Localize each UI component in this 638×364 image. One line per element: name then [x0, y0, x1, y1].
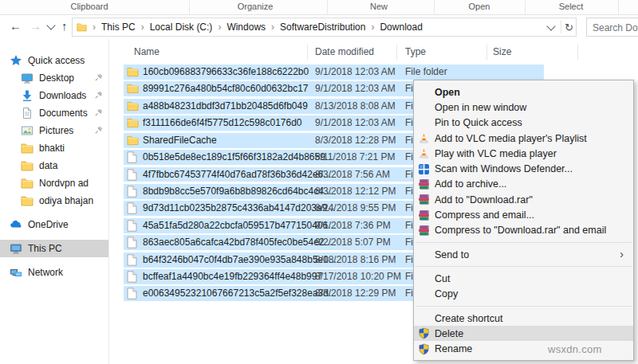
folder-icon	[21, 177, 33, 190]
folder-icon	[127, 135, 139, 147]
menu-item-send-to[interactable]: Send to ›	[414, 247, 633, 262]
column-header-type[interactable]: Type	[405, 46, 426, 57]
crumb-softwaredistribution[interactable]: SoftwareDistribution	[280, 22, 365, 33]
sidebar-item-onedrive[interactable]: OneDrive	[0, 216, 108, 233]
file-row[interactable]: 160cb096883796633c36fe188c6222b0 9/1/201…	[124, 64, 544, 80]
menu-item-create-shortcut[interactable]: Create shortcut	[414, 311, 633, 326]
ribbon-group-select[interactable]: Select	[559, 2, 584, 11]
sidebar-item-documents[interactable]: Documents	[0, 104, 108, 122]
ribbon-group-clipboard[interactable]: Clipboard	[70, 2, 108, 11]
menu-item-add-to-archive[interactable]: Add to archive...	[414, 177, 633, 192]
file-name: 8bdb9b8cc5e570f9a6b8b89826cd64bc4c4...	[143, 186, 332, 197]
crumb-local-disk-c[interactable]: Local Disk (C:)	[150, 22, 213, 33]
menu-item-scan-with-windows-defender[interactable]: Scan with Windows Defender...	[414, 161, 633, 176]
breadcrumb: › This PC › Local Disk (C:) › Windows › …	[77, 18, 423, 36]
column-header-size[interactable]: Size	[493, 46, 511, 57]
menu-item-pin-to-quick-access[interactable]: Pin to Quick access	[414, 115, 633, 131]
sidebar-item-data[interactable]: data	[0, 157, 108, 174]
file-icon	[127, 202, 139, 214]
file-name: 9d73d11cb0235b2875c4336ab4147d203a9...	[143, 202, 335, 213]
file-date: 9/1/2018 7:36 PM	[315, 220, 391, 231]
uac-shield-icon	[418, 343, 430, 355]
menu-item-add-to-download-rar[interactable]: Add to "Download.rar"	[414, 192, 633, 207]
crumb-separator: ›	[218, 22, 221, 33]
ribbon-group-new[interactable]: New	[370, 2, 388, 11]
sidebar-item-pictures[interactable]: Pictures	[0, 122, 108, 139]
column-headers: Name Date modified Type Size	[109, 44, 638, 61]
file-name: 863aec805a6cafca42bd78f405fec0be54e2...	[143, 237, 333, 248]
crumb-this-pc[interactable]: This PC	[101, 22, 136, 33]
network-icon	[10, 266, 22, 279]
crumb-windows[interactable]: Windows	[226, 22, 266, 33]
menu-item-compress-and-email[interactable]: Compress and email...	[414, 207, 633, 222]
vlc-cone-icon	[418, 132, 430, 144]
watermark: wsxdn.com	[548, 343, 602, 355]
sidebar-item-odiya-bhajan[interactable]: odiya bhajan	[0, 192, 108, 209]
column-divider[interactable]	[307, 45, 308, 60]
crumb-download[interactable]: Download	[380, 22, 422, 33]
file-date: 8/3/2018 7:56 AM	[315, 169, 390, 180]
search-input[interactable]	[591, 19, 638, 37]
sidebar-item-label: bhakti	[39, 143, 65, 154]
crumb-separator: ›	[271, 22, 274, 33]
address-row: ← → ↑ › This PC › Local Disk (C:) › Wind…	[0, 15, 638, 40]
sidebar-item-network[interactable]: Network	[0, 264, 108, 281]
vlc-cone-icon	[418, 147, 430, 159]
file-date: 8/3/2018 12:29 PM	[315, 288, 396, 299]
context-menu: Open Open in new window Pin to Quick acc…	[413, 80, 634, 361]
menu-item-open-in-new-window[interactable]: Open in new window	[414, 100, 633, 115]
sidebar-item-label: Downloads	[39, 90, 86, 101]
menu-item-cut[interactable]: Cut	[414, 271, 633, 286]
back-icon[interactable]: ←	[10, 18, 22, 34]
no-icon	[418, 312, 430, 324]
divider	[561, 21, 561, 33]
recent-locations-chevron-icon[interactable]	[46, 21, 55, 29]
address-bar[interactable]: › This PC › Local Disk (C:) › Windows › …	[72, 18, 577, 37]
menu-item-delete[interactable]: Delete	[414, 326, 633, 341]
folder-icon	[21, 159, 33, 172]
sidebar-item-label: OneDrive	[28, 219, 69, 230]
sidebar-item-label: Documents	[39, 108, 88, 119]
file-icon	[127, 151, 139, 163]
menu-item-compress-to-download-rar-and-email[interactable]: Compress to "Download.rar" and email	[414, 223, 633, 238]
refresh-icon[interactable]: ↻	[565, 22, 573, 33]
menu-item-play-with-vlc[interactable]: Play with VLC media player	[414, 146, 633, 161]
winrar-books-icon	[418, 178, 430, 190]
no-icon	[418, 117, 430, 129]
menu-item-add-to-vlc-playlist[interactable]: Add to VLC media player's Playlist	[414, 131, 633, 146]
sidebar-item-quick-access[interactable]: Quick access	[0, 52, 108, 69]
folder-icon	[127, 83, 139, 95]
file-name: 160cb096883796633c36fe188c6222b0	[143, 66, 309, 77]
file-name: 0b518e5de8ec189c1f5f66f3182a2d4b8659...	[143, 151, 333, 162]
ribbon-separator	[618, 0, 619, 14]
column-divider[interactable]	[486, 45, 487, 60]
sidebar-item-this-pc[interactable]: This PC	[0, 240, 108, 257]
pictures-icon	[21, 124, 33, 137]
file-name: e00634952321067667213c5a2f5ef328ea3d...	[143, 288, 337, 299]
search-box	[586, 18, 638, 37]
menu-item-copy[interactable]: Copy	[414, 287, 633, 302]
defender-shield-icon	[418, 163, 430, 175]
column-header-date-modified[interactable]: Date modified	[315, 46, 374, 57]
menu-separator	[415, 306, 632, 307]
ribbon-group-organize[interactable]: Organize	[238, 2, 274, 11]
file-icon	[127, 220, 139, 232]
sidebar-item-desktop[interactable]: Desktop	[0, 69, 108, 87]
column-divider[interactable]	[577, 45, 578, 60]
no-icon	[418, 249, 430, 260]
up-icon[interactable]: ↑	[61, 18, 68, 34]
winrar-books-icon	[418, 209, 430, 221]
sidebar-item-bhakti[interactable]: bhakti	[0, 139, 108, 157]
sidebar-item-downloads[interactable]: Downloads	[0, 87, 108, 104]
forward-icon[interactable]: →	[30, 18, 41, 34]
column-divider[interactable]	[396, 45, 397, 60]
address-dropdown-chevron-icon[interactable]	[546, 22, 555, 30]
no-icon	[418, 86, 430, 98]
file-icon	[127, 186, 139, 198]
ribbon-group-open[interactable]: Open	[469, 2, 490, 11]
menu-item-open[interactable]: Open	[414, 84, 633, 100]
file-date: 8/3/2018 12:12 PM	[315, 186, 396, 197]
sidebar-item-nordvpn-ad[interactable]: Nordvpn ad	[0, 174, 108, 192]
column-header-name[interactable]: Name	[134, 46, 160, 57]
file-date: 8/11/2018 7:21 PM	[315, 151, 396, 162]
